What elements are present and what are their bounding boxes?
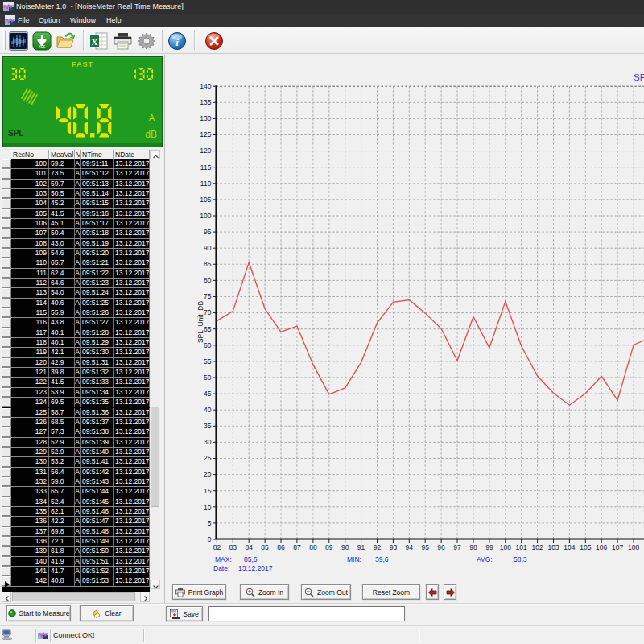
cell-ndate[interactable]: 13.12.2017	[114, 477, 150, 486]
cell-recno[interactable]: 117	[11, 328, 49, 337]
cell-v[interactable]: A	[75, 288, 80, 297]
column-header-recno[interactable]: RecNo	[11, 150, 49, 159]
cell-recno[interactable]: 126	[11, 418, 49, 427]
cell-ndate[interactable]: 13.12.2017	[114, 567, 150, 576]
table-row[interactable]: 11942.1A09:51:3013.12.2017	[2, 348, 150, 357]
scroll-chart-left-button[interactable]	[426, 584, 439, 600]
cell-ndate[interactable]: 13.12.2017	[114, 219, 150, 228]
cell-ntime[interactable]: 09:51:27	[80, 318, 114, 327]
cell-ntime[interactable]: 09:51:16	[80, 209, 114, 218]
column-header-meaval[interactable]: MeaVal	[49, 150, 75, 159]
row-selector[interactable]	[2, 219, 11, 228]
cell-meaval[interactable]: 56.4	[49, 468, 75, 477]
cell-meaval[interactable]: 50.4	[49, 229, 75, 237]
row-selector[interactable]	[2, 368, 11, 377]
row-selector[interactable]	[2, 249, 11, 258]
cell-ntime[interactable]: 09:51:46	[80, 507, 114, 516]
cell-recno[interactable]: 139	[11, 547, 49, 555]
cell-ntime[interactable]: 09:51:15	[80, 199, 114, 208]
cell-ndate[interactable]: 13.12.2017	[114, 427, 150, 436]
exit-icon[interactable]	[204, 31, 224, 51]
table-row[interactable]: 12852.9A09:51:3913.12.2017	[2, 438, 150, 448]
table-row[interactable]: 13259.0A09:51:4313.12.2017	[2, 477, 150, 487]
cell-v[interactable]: A	[75, 189, 80, 198]
cell-ndate[interactable]: 13.12.2017	[114, 328, 150, 337]
row-selector[interactable]	[2, 318, 11, 327]
cell-v[interactable]: A	[75, 239, 80, 248]
cell-v[interactable]: A	[75, 269, 80, 278]
cell-meaval[interactable]: 52.9	[49, 448, 75, 456]
cell-ndate[interactable]: 13.12.2017	[114, 507, 150, 516]
table-row[interactable]: 11162.4A09:51:2213.12.2017	[2, 269, 150, 279]
cell-v[interactable]: A	[75, 199, 80, 208]
cell-meaval[interactable]: 43.8	[49, 318, 75, 327]
cell-ntime[interactable]: 09:51:28	[80, 328, 114, 337]
cell-recno[interactable]: 103	[11, 189, 49, 198]
table-row[interactable]: 10350.5A09:51:1413.12.2017	[2, 189, 150, 199]
cell-ntime[interactable]: 09:51:42	[80, 468, 114, 477]
cell-meaval[interactable]: 40.1	[49, 338, 75, 347]
row-selector[interactable]	[2, 438, 11, 447]
cell-meaval[interactable]: 59.2	[49, 159, 75, 168]
cell-ndate[interactable]: 13.12.2017	[114, 517, 150, 526]
cell-meaval[interactable]: 62.4	[49, 269, 75, 278]
cell-v[interactable]: A	[75, 338, 80, 347]
cell-ntime[interactable]: 09:51:26	[80, 308, 114, 317]
cell-ntime[interactable]: 09:51:44	[80, 487, 114, 496]
cell-ndate[interactable]: 13.12.2017	[114, 189, 150, 198]
cell-v[interactable]: A	[75, 427, 80, 436]
cell-ntime[interactable]: 09:51:20	[80, 249, 114, 258]
cell-ndate[interactable]: 13.12.2017	[114, 448, 150, 456]
cell-meaval[interactable]: 50.5	[49, 189, 75, 198]
cell-ndate[interactable]: 13.12.2017	[114, 239, 150, 248]
cell-meaval[interactable]: 54.6	[49, 249, 75, 258]
cell-recno[interactable]: 140	[11, 557, 49, 566]
table-row[interactable]: 12469.5A09:51:3513.12.2017	[2, 398, 150, 407]
table-row[interactable]: 13365.7A09:51:4413.12.2017	[2, 487, 150, 497]
cell-ndate[interactable]: 13.12.2017	[114, 408, 150, 417]
cell-meaval[interactable]: 59.7	[49, 180, 75, 188]
cell-ntime[interactable]: 09:51:33	[80, 378, 114, 386]
cell-ntime[interactable]: 09:51:30	[80, 348, 114, 357]
row-selector[interactable]	[2, 338, 11, 347]
cell-recno[interactable]: 130	[11, 457, 49, 466]
table-row[interactable]: 13452.4A09:51:4513.12.2017	[2, 497, 150, 507]
cell-recno[interactable]: 111	[11, 269, 49, 278]
cell-ntime[interactable]: 09:51:36	[80, 408, 114, 417]
cell-meaval[interactable]: 39.8	[49, 368, 75, 377]
cell-recno[interactable]: 127	[11, 427, 49, 436]
cell-recno[interactable]: 120	[11, 358, 49, 367]
table-row[interactable]: 12952.9A09:51:4013.12.2017	[2, 448, 150, 457]
cell-v[interactable]: A	[75, 358, 80, 367]
row-selector[interactable]	[2, 477, 11, 486]
cell-ntime[interactable]: 09:51:29	[80, 338, 114, 347]
zoom-out-button[interactable]: Zoom Out	[301, 584, 351, 600]
info-icon[interactable]: i	[167, 31, 187, 51]
start-to-measure-button[interactable]: Start to Measure	[6, 605, 71, 621]
cell-recno[interactable]: 118	[11, 338, 49, 347]
cell-v[interactable]: A	[75, 537, 80, 546]
cell-ntime[interactable]: 09:51:38	[80, 427, 114, 436]
cell-ndate[interactable]: 13.12.2017	[114, 288, 150, 297]
cell-ndate[interactable]: 13.12.2017	[114, 229, 150, 237]
scroll-left-button[interactable]	[2, 592, 11, 602]
cell-recno[interactable]: 112	[11, 279, 49, 287]
cell-meaval[interactable]: 42.1	[49, 348, 75, 357]
row-selector[interactable]	[2, 547, 11, 555]
cell-v[interactable]: A	[75, 258, 80, 267]
table-row[interactable]: 12241.5A09:51:3313.12.2017	[2, 378, 150, 387]
cell-recno[interactable]: 108	[11, 239, 49, 248]
cell-meaval[interactable]: 52.9	[49, 438, 75, 447]
row-selector[interactable]	[2, 209, 11, 218]
table-row[interactable]: 10954.6A09:51:2013.12.2017	[2, 249, 150, 258]
table-row[interactable]: 10541.5A09:51:1613.12.2017	[2, 209, 150, 219]
table-row[interactable]: 14041.9A09:51:5113.12.2017	[2, 557, 150, 567]
table-row[interactable]: 12558.7A09:51:3613.12.2017	[2, 408, 150, 418]
cell-v[interactable]: A	[75, 249, 80, 258]
column-header-ntime[interactable]: NTime	[80, 150, 114, 159]
cell-recno[interactable]: 123	[11, 388, 49, 397]
cell-meaval[interactable]: 41.5	[49, 378, 75, 386]
cell-recno[interactable]: 128	[11, 438, 49, 447]
scroll-down-button[interactable]	[150, 580, 160, 589]
cell-v[interactable]: A	[75, 279, 80, 287]
